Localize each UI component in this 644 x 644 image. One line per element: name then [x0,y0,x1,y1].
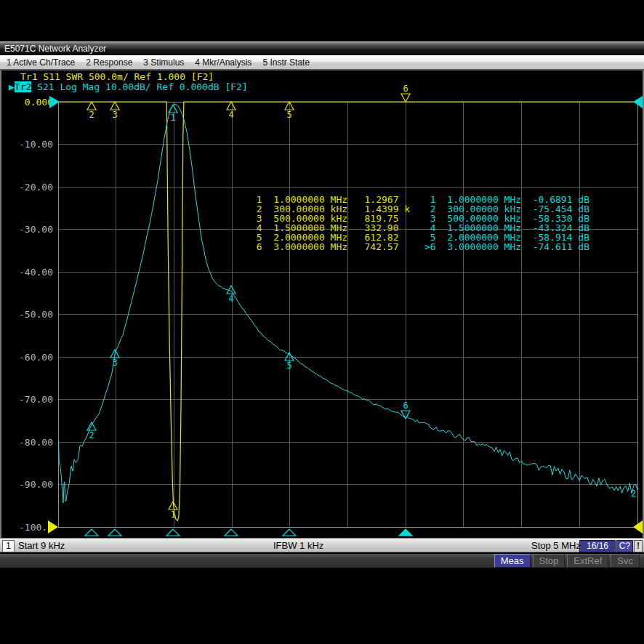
marker-symbol [87,102,96,110]
markers-tr1: 123456 [87,84,410,520]
marker-number: 4 [228,294,233,304]
marker-number: 2 [89,110,94,120]
marker-number: 6 [403,84,408,94]
y-ref-label: 0.000 [25,97,53,108]
alert-badge: ! [634,540,643,552]
instrument-status-bar: Meas Stop ExtRef Svc [0,553,644,568]
marker-symbol [285,102,294,110]
stimulus-marker [166,529,180,536]
stimulus-marker [85,529,98,536]
y-tick-label: -20.00 [19,182,53,193]
y-tick-label: -50.00 [19,309,53,320]
y-tick-label: -40.00 [19,267,53,278]
marker-number: 1 [170,113,175,123]
svc-indicator[interactable]: Svc [611,554,640,568]
marker-number: 1 [170,510,175,520]
marker-table-tr1: 1 1.0000000 MHz 1.2967 2 300.00000 kHz 1… [251,195,410,251]
y-tick-label: -80.00 [19,437,53,448]
trace2-end-label: 2 [631,488,636,499]
marker-number: 4 [228,110,233,120]
stop-indicator[interactable]: Stop [533,554,565,568]
stimulus-marker [108,529,121,536]
status-bar: 1 Start 9 kHz IFBW 1 kHz Stop 5 MHz 16/1… [0,538,644,552]
y-tick-label: -30.00 [19,224,53,235]
marker-symbol-active [401,94,410,102]
ifbw-label: IFBW 1 kHz [273,540,323,551]
marker-symbol [110,102,119,110]
correction-status-badge: C? [616,540,633,552]
marker-number: 3 [112,358,117,368]
sweep-counter-badge: 16/16 [579,540,616,552]
marker-number: 2 [89,430,94,440]
y-tick-label: -100.0 [19,522,53,533]
grid [58,102,637,527]
marker-number: 3 [112,110,117,120]
y-axis-labels: 0.000-10.00-20.00-30.00-40.00-50.00-60.0… [19,97,53,533]
tr1-ref-arrow-left [48,520,58,534]
stop-frequency-label: Stop 5 MHz [531,540,581,551]
stimulus-marker [283,529,296,536]
y-tick-label: -70.00 [19,394,53,405]
stimulus-marker [225,529,238,536]
marker-table-tr2: 1 1.0000000 MHz -0.6891 dB 2 300.00000 k… [424,195,589,251]
marker-row: 6 3.0000000 MHz 742.57 [251,242,410,251]
marker-symbol [87,422,96,430]
stimulus-marker-active [399,529,412,536]
start-frequency-label: Start 9 kHz [18,540,65,551]
meas-indicator[interactable]: Meas [494,554,531,568]
marker-number: 5 [286,110,291,120]
marker-symbol [227,102,236,110]
markers-tr2: 123456 [87,105,410,440]
extref-indicator[interactable]: ExtRef [567,554,608,568]
marker-number: 5 [286,361,291,371]
y-tick-label: -10.00 [19,139,53,150]
screen: { "window": { "title": "E5071C Network A… [0,0,644,644]
y-tick-label: -90.00 [19,479,53,490]
marker-stimulus-indicators [85,529,412,536]
channel-number-badge: 1 [2,540,15,552]
marker-number: 6 [403,401,408,411]
marker-row: >6 3.0000000 MHz -74.611 dB [424,242,589,251]
y-tick-label: -60.00 [19,352,53,363]
